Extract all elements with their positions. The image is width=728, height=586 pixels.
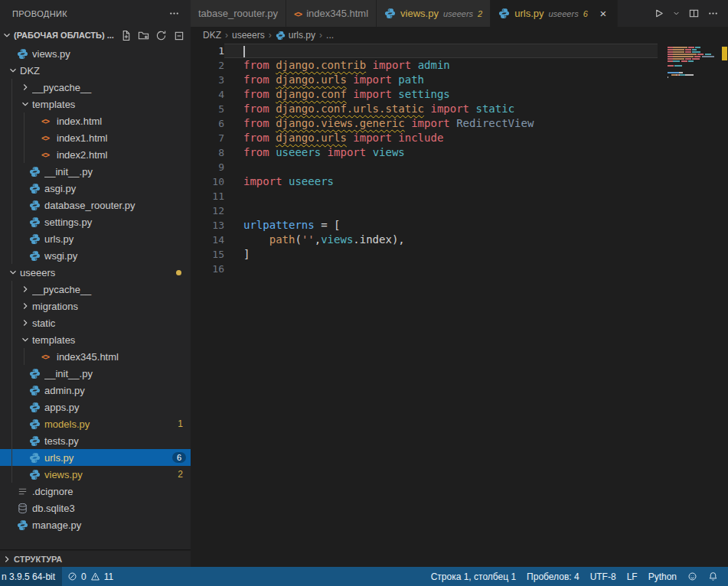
indent-guide [6, 79, 18, 96]
encoding-status[interactable]: UTF-8 [585, 567, 622, 586]
tree-file-manage.py[interactable]: manage.py [0, 516, 191, 533]
python-icon [498, 8, 510, 19]
chevron-down-icon [0, 30, 14, 41]
feedback-icon[interactable] [682, 567, 703, 586]
indent-guide [6, 96, 18, 112]
cursor-position-status[interactable]: Строка 1, столбец 1 [426, 567, 521, 586]
editor-tab-bar: tabase_roouter.py<>index345.htmlviews.py… [191, 0, 728, 27]
tree-file-index1.html[interactable]: <>index1.html [0, 129, 191, 146]
breadcrumb-item[interactable]: useeers [232, 30, 265, 41]
problems-badge: 2 [178, 469, 183, 480]
tree-file-index.html[interactable]: <>index.html [0, 112, 191, 129]
code-line-8[interactable]: 8from useeers import views [191, 145, 728, 160]
python-icon [29, 385, 44, 396]
tree-file-views.py[interactable]: views.py2 [0, 466, 191, 483]
breadcrumb-item[interactable]: ... [326, 30, 334, 41]
explorer-more-actions-icon[interactable] [168, 8, 180, 19]
code-line-16[interactable]: 16 [191, 262, 728, 276]
tree-folder-DKZ[interactable]: DKZ [0, 62, 191, 79]
code-line-4[interactable]: 4from django.conf import settings [191, 87, 728, 102]
tab-views.py[interactable]: views.pyuseeers2 [377, 0, 491, 27]
status-bar-right: Строка 1, столбец 1 Пробелов: 4 UTF-8 LF… [426, 567, 728, 586]
tree-file-.dcignore[interactable]: .dcignore [0, 483, 191, 500]
tree-file-asgi.py[interactable]: asgi.py [0, 180, 191, 197]
line-number: 12 [191, 203, 224, 218]
interpreter-label: n 3.9.5 64-bit [2, 571, 55, 582]
tree-folder-templates[interactable]: templates [0, 96, 191, 112]
code-text: from django.contrib import admin [224, 58, 658, 73]
minimap-line [668, 70, 720, 71]
tree-item-label: manage.py [32, 519, 191, 531]
workspace-section-header[interactable]: (РАБОЧАЯ ОБЛАСТЬ) ... [0, 27, 191, 44]
tree-folder-useeers[interactable]: useeers [0, 264, 191, 281]
indent-guide [6, 247, 18, 264]
indent-guide [6, 197, 18, 213]
code-line-9[interactable]: 9 [191, 160, 728, 174]
breadcrumb-item[interactable]: urls.py [276, 30, 315, 41]
code-line-2[interactable]: 2from django.contrib import admin [191, 58, 728, 73]
code-line-11[interactable]: 11 [191, 189, 728, 203]
code-line-12[interactable]: 12 [191, 203, 728, 218]
tree-file-views.py[interactable]: views.py [0, 45, 191, 62]
tree-file-index345.html[interactable]: <>index345.html [0, 348, 191, 365]
collapse-all-icon[interactable] [173, 30, 184, 41]
code-text [224, 189, 658, 203]
problems-status[interactable]: 0 11 [62, 567, 119, 586]
tree-file-wsgi.py[interactable]: wsgi.py [0, 247, 191, 264]
tab-index345.html[interactable]: <>index345.html [286, 0, 377, 27]
tree-file-apps.py[interactable]: apps.py [0, 399, 191, 415]
code-line-5[interactable]: 5from django.conf.urls.static import sta… [191, 102, 728, 116]
indent-guide [6, 399, 18, 415]
run-button[interactable] [653, 8, 664, 19]
problems-badge: 6 [172, 452, 186, 463]
code-line-15[interactable]: 15] [191, 247, 728, 262]
tree-file-database_roouter.py[interactable]: database_roouter.py [0, 197, 191, 213]
new-file-icon[interactable] [120, 30, 132, 41]
tab-label: urls.py [514, 8, 544, 19]
python-interpreter-status[interactable]: n 3.9.5 64-bit [0, 567, 62, 586]
tab-tabase_roouter.py[interactable]: tabase_roouter.py [191, 0, 286, 27]
code-line-6[interactable]: 6from django.views.generic import Redire… [191, 116, 728, 131]
workspace-label: (РАБОЧАЯ ОБЛАСТЬ) ... [14, 31, 120, 40]
tree-file-__init__.py[interactable]: __init__.py [0, 365, 191, 382]
tree-file-models.py[interactable]: models.py1 [0, 415, 191, 432]
tree-folder-__pycache__[interactable]: __pycache__ [0, 79, 191, 96]
outline-section-header[interactable]: СТРУКТУРА [0, 550, 191, 567]
editor-more-actions-icon[interactable] [707, 8, 719, 19]
notifications-bell-icon[interactable] [703, 567, 723, 586]
tree-file-settings.py[interactable]: settings.py [0, 213, 191, 230]
tree-folder-templates[interactable]: templates [0, 331, 191, 348]
code-line-13[interactable]: 13urlpatterns = [ [191, 218, 728, 233]
code-line-7[interactable]: 7from django.urls import include [191, 131, 728, 145]
code-line-1[interactable]: 1 [191, 44, 728, 58]
run-dropdown-icon[interactable] [672, 9, 681, 18]
line-number: 15 [191, 247, 224, 262]
indentation-status[interactable]: Пробелов: 4 [521, 567, 585, 586]
tree-file-admin.py[interactable]: admin.py [0, 382, 191, 399]
tree-item-label: asgi.py [44, 183, 191, 194]
new-folder-icon[interactable] [138, 30, 149, 41]
tree-folder-static[interactable]: static [0, 314, 191, 331]
tree-file-urls.py[interactable]: urls.py [0, 230, 191, 247]
tree-folder-__pycache__[interactable]: __pycache__ [0, 281, 191, 298]
eol-status[interactable]: LF [622, 567, 643, 586]
language-status[interactable]: Python [643, 567, 682, 586]
code-text: from django.views.generic import Redirec… [224, 116, 658, 131]
code-line-14[interactable]: 14 path('',views.index), [191, 233, 728, 247]
minimap[interactable] [668, 44, 720, 81]
modified-dot-icon [176, 270, 181, 275]
tree-file-__init__.py[interactable]: __init__.py [0, 163, 191, 180]
split-editor-button[interactable] [688, 8, 700, 19]
tree-file-db.sqlite3[interactable]: db.sqlite3 [0, 500, 191, 516]
tab-urls.py[interactable]: urls.pyuseeers6× [491, 0, 618, 27]
code-line-3[interactable]: 3from django.urls import path [191, 73, 728, 87]
refresh-icon[interactable] [155, 30, 167, 41]
tree-file-urls.py[interactable]: urls.py6 [0, 449, 191, 466]
python-icon [384, 8, 396, 19]
tree-file-tests.py[interactable]: tests.py [0, 432, 191, 449]
tree-file-index2.html[interactable]: <>index2.html [0, 146, 191, 163]
breadcrumb-item[interactable]: DKZ [203, 30, 221, 41]
tree-folder-migrations[interactable]: migrations [0, 298, 191, 314]
close-icon[interactable]: × [597, 7, 609, 20]
code-line-10[interactable]: 10import useeers [191, 174, 728, 189]
